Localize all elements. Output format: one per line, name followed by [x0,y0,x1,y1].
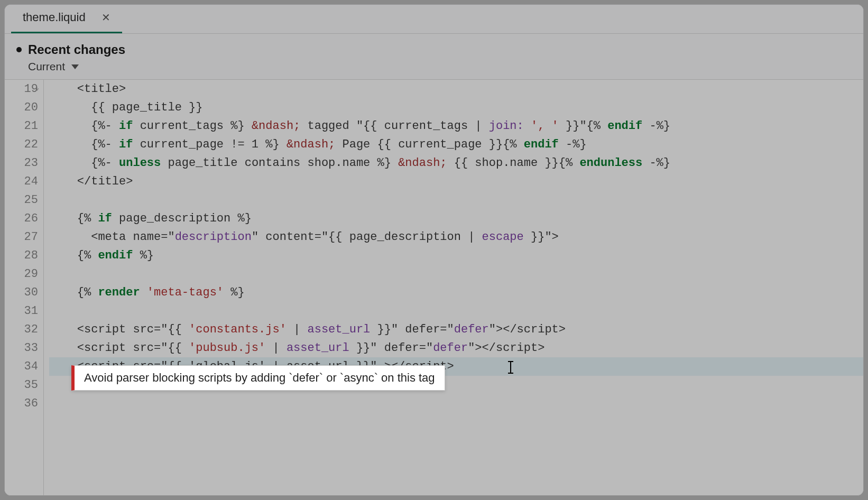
code-line[interactable]: <script src="{{ 'pubsub.js' | asset_url … [49,339,863,357]
editor-window: theme.liquid ✕ Recent changes Current 19… [4,4,864,496]
line-number: 26 [5,209,38,228]
line-gutter: 19⌄ 20 21 22 23 24 25 26 27 28 29 30 31 … [5,80,44,495]
code-line[interactable]: {% if page_description %} [49,209,863,228]
code-line[interactable]: {%- unless page_title contains shop.name… [49,154,863,172]
line-number: 35 [5,376,38,394]
chevron-down-icon [71,64,79,69]
line-number: 27 [5,228,38,246]
line-number: 23 [5,154,38,172]
line-number: 24 [5,172,38,191]
code-line[interactable] [49,302,863,320]
code-line[interactable] [49,265,863,283]
code-line[interactable]: {{ page_title }} [49,98,863,117]
line-number: 28 [5,246,38,265]
unsaved-dot-icon [16,47,22,52]
line-number: 33 [5,339,38,357]
tab-label: theme.liquid [23,11,86,24]
code-line[interactable]: {% endif %} [49,246,863,265]
lint-tooltip: Avoid parser blocking scripts by adding … [71,365,445,391]
code-line[interactable]: {%- if current_page != 1 %} &ndash; Page… [49,135,863,154]
line-number: 36 [5,394,38,413]
code-line[interactable]: {%- if current_tags %} &ndash; tagged "{… [49,117,863,135]
line-number: 21 [5,117,38,135]
code-line[interactable]: <title> [49,80,863,98]
line-number: 19⌄ [5,80,38,98]
code-line[interactable] [49,394,863,413]
line-number: 25 [5,191,38,209]
close-icon[interactable]: ✕ [101,11,110,24]
recent-changes-row: Recent changes [16,42,852,57]
code-line[interactable]: {% render 'meta-tags' %} [49,283,863,302]
recent-changes-label: Recent changes [28,42,125,57]
version-label: Current [28,60,65,73]
code-line[interactable] [49,191,863,209]
version-selector[interactable]: Current [28,60,852,73]
line-number: 31 [5,302,38,320]
line-number: 30 [5,283,38,302]
code-line[interactable]: <meta name="description" content="{{ pag… [49,228,863,246]
line-number: 22 [5,135,38,154]
tab-theme-liquid[interactable]: theme.liquid ✕ [11,4,122,33]
text-cursor-icon [507,361,514,374]
code-line[interactable]: <script src="{{ 'constants.js' | asset_u… [49,320,863,339]
changes-header: Recent changes Current [5,33,863,80]
line-number: 29 [5,265,38,283]
tab-bar: theme.liquid ✕ [5,5,863,33]
code-editor[interactable]: 19⌄ 20 21 22 23 24 25 26 27 28 29 30 31 … [5,80,863,495]
code-area[interactable]: <title> {{ page_title }} {%- if current_… [44,80,863,495]
line-number: 20 [5,98,38,117]
line-number: 32 [5,320,38,339]
line-number: 34 [5,357,38,376]
code-line[interactable]: </title> [49,172,863,191]
fold-chevron-icon[interactable]: ⌄ [35,80,39,97]
